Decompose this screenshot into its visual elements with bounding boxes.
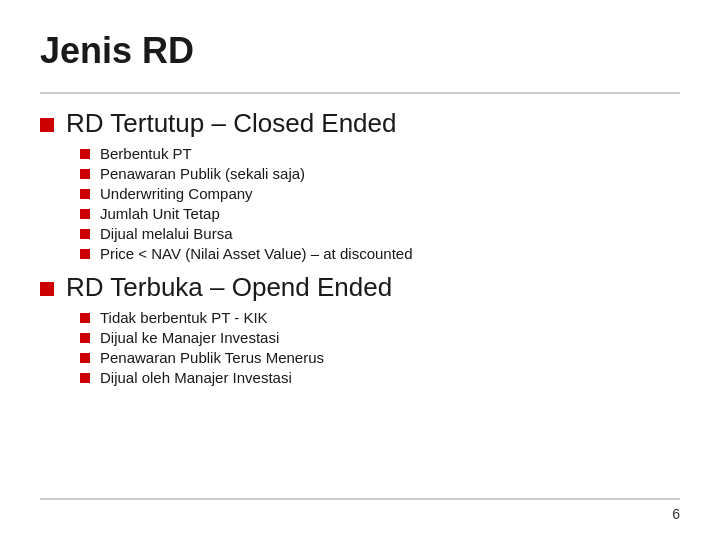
list-item: Underwriting Company bbox=[80, 185, 680, 202]
sub-bullet-icon bbox=[80, 353, 90, 363]
list-item-text: Dijual oleh Manajer Investasi bbox=[100, 369, 292, 386]
section1-header: RD Tertutup – Closed Ended bbox=[40, 108, 680, 139]
list-item-text: Underwriting Company bbox=[100, 185, 253, 202]
list-item-text: Dijual ke Manajer Investasi bbox=[100, 329, 279, 346]
list-item: Dijual oleh Manajer Investasi bbox=[80, 369, 680, 386]
sub-bullet-icon bbox=[80, 333, 90, 343]
list-item-text: Price < NAV (Nilai Asset Value) – at dis… bbox=[100, 245, 413, 262]
list-item-text: Jumlah Unit Tetap bbox=[100, 205, 220, 222]
section1-list: Berbentuk PT Penawaran Publik (sekali sa… bbox=[40, 145, 680, 262]
sub-bullet-icon bbox=[80, 373, 90, 383]
list-item: Berbentuk PT bbox=[80, 145, 680, 162]
list-item: Penawaran Publik (sekali saja) bbox=[80, 165, 680, 182]
sub-bullet-icon bbox=[80, 249, 90, 259]
sub-bullet-icon bbox=[80, 169, 90, 179]
divider-top bbox=[40, 92, 680, 94]
section1-bullet-icon bbox=[40, 118, 54, 132]
list-item: Jumlah Unit Tetap bbox=[80, 205, 680, 222]
list-item-text: Dijual melalui Bursa bbox=[100, 225, 233, 242]
section-open-ended: RD Terbuka – Opend Ended Tidak berbentuk… bbox=[40, 272, 680, 386]
section2-header: RD Terbuka – Opend Ended bbox=[40, 272, 680, 303]
section-closed-ended: RD Tertutup – Closed Ended Berbentuk PT … bbox=[40, 108, 680, 262]
list-item: Price < NAV (Nilai Asset Value) – at dis… bbox=[80, 245, 680, 262]
section2-bullet-icon bbox=[40, 282, 54, 296]
list-item: Penawaran Publik Terus Menerus bbox=[80, 349, 680, 366]
list-item: Tidak berbentuk PT - KIK bbox=[80, 309, 680, 326]
slide-title: Jenis RD bbox=[40, 30, 680, 72]
list-item-text: Berbentuk PT bbox=[100, 145, 192, 162]
list-item: Dijual melalui Bursa bbox=[80, 225, 680, 242]
page-number: 6 bbox=[672, 506, 680, 522]
sub-bullet-icon bbox=[80, 189, 90, 199]
list-item-text: Tidak berbentuk PT - KIK bbox=[100, 309, 268, 326]
section2-title: RD Terbuka – Opend Ended bbox=[66, 272, 392, 303]
divider-bottom bbox=[40, 498, 680, 500]
section1-title: RD Tertutup – Closed Ended bbox=[66, 108, 397, 139]
sub-bullet-icon bbox=[80, 209, 90, 219]
list-item: Dijual ke Manajer Investasi bbox=[80, 329, 680, 346]
sub-bullet-icon bbox=[80, 229, 90, 239]
sub-bullet-icon bbox=[80, 313, 90, 323]
section2-list: Tidak berbentuk PT - KIK Dijual ke Manaj… bbox=[40, 309, 680, 386]
list-item-text: Penawaran Publik Terus Menerus bbox=[100, 349, 324, 366]
sub-bullet-icon bbox=[80, 149, 90, 159]
slide: Jenis RD RD Tertutup – Closed Ended Berb… bbox=[0, 0, 720, 540]
list-item-text: Penawaran Publik (sekali saja) bbox=[100, 165, 305, 182]
